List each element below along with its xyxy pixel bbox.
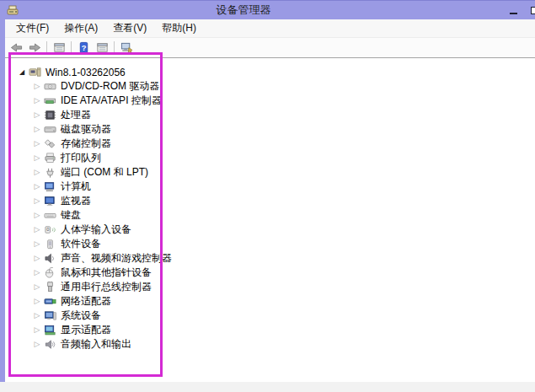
serial-port-icon [44, 166, 57, 179]
menu-item-file[interactable]: 文件(F) [8, 19, 56, 37]
tree-item-label: 磁盘驱动器 [61, 122, 111, 137]
tree-item[interactable]: ▷0人体学输入设备 [5, 223, 535, 237]
tree-item-label: 软件设备 [61, 237, 101, 251]
sound-controller-icon [44, 252, 57, 265]
title-bar[interactable]: 设备管理器 [0, 0, 535, 19]
expand-icon[interactable]: ▷ [32, 122, 42, 137]
collapse-icon[interactable]: ◢ [17, 65, 27, 79]
back-button[interactable] [7, 40, 25, 56]
help-button[interactable]: ? [74, 40, 93, 56]
tree-item-label: 显示适配器 [61, 323, 111, 337]
storage-controller-icon [44, 137, 57, 150]
scan-hardware-button[interactable] [117, 40, 136, 56]
tree-root-item[interactable]: ◢Win8.1-03262056 [5, 65, 535, 79]
tree-item[interactable]: ▷监视器 [5, 194, 535, 208]
network-adapter-icon [44, 295, 57, 308]
window-title: 设备管理器 [0, 3, 487, 18]
software-device-icon [44, 238, 57, 250]
tree-item-label: 监视器 [61, 194, 91, 208]
tree-item[interactable]: ▷IDE ATA/ATAPI 控制器 [5, 94, 535, 108]
expand-icon[interactable]: ▷ [32, 266, 42, 280]
tree-item[interactable]: ▷计算机 [5, 180, 535, 194]
tree-item[interactable]: ▷DVD/CD-ROM 驱动器 [5, 79, 535, 94]
tree-item-label: 人体学输入设备 [61, 223, 131, 237]
tree-item[interactable]: ▷存储控制器 [5, 137, 535, 151]
expand-icon[interactable]: ▷ [32, 323, 42, 337]
audio-io-icon [44, 338, 57, 351]
menu-item-action[interactable]: 操作(A) [56, 19, 105, 37]
tree-item[interactable]: ▷端口 (COM 和 LPT) [5, 165, 535, 180]
maximize-icon [531, 7, 535, 14]
expand-icon[interactable]: ▷ [32, 208, 42, 223]
expand-icon[interactable]: ▷ [32, 309, 42, 323]
tree-item-label: 处理器 [61, 108, 91, 122]
print-queue-icon [44, 152, 57, 164]
menu-item-view[interactable]: 查看(V) [105, 19, 154, 37]
window-controls [502, 1, 535, 20]
tree-item-label: 键盘 [61, 208, 81, 223]
device-manager-window: 设备管理器 文件(F)操作(A)查看(V)帮助(H) ? ◢Win8.1-032… [0, 0, 535, 382]
help-icon: ? [78, 41, 90, 54]
maximize-button[interactable] [524, 1, 535, 20]
tree-item[interactable]: ▷显示适配器 [5, 323, 535, 337]
mouse-icon [44, 266, 57, 279]
menu-bar: 文件(F)操作(A)查看(V)帮助(H) [5, 19, 535, 38]
window-body: 文件(F)操作(A)查看(V)帮助(H) ? ◢Win8.1-03262056▷… [0, 19, 535, 382]
device-tree[interactable]: ◢Win8.1-03262056▷DVD/CD-ROM 驱动器▷IDE ATA/… [5, 58, 535, 352]
expand-icon[interactable]: ▷ [32, 151, 42, 165]
back-arrow-icon [10, 41, 23, 54]
expand-icon[interactable]: ▷ [32, 194, 42, 208]
tree-item[interactable]: ▷软件设备 [5, 237, 535, 251]
forward-arrow-icon [29, 41, 41, 54]
tree-item-label: 系统设备 [61, 309, 101, 323]
window-list-icon [53, 41, 66, 54]
usb-icon [44, 281, 57, 293]
tree-item-label: DVD/CD-ROM 驱动器 [61, 79, 159, 94]
expand-icon[interactable]: ▷ [32, 337, 42, 352]
minimize-button[interactable] [502, 1, 524, 20]
expand-icon[interactable]: ▷ [32, 294, 42, 309]
system-device-icon [44, 309, 57, 322]
tree-item[interactable]: ▷磁盘驱动器 [5, 122, 535, 137]
tree-item[interactable]: ▷通用串行总线控制器 [5, 280, 535, 294]
svg-text:0: 0 [46, 228, 49, 233]
processor-icon [44, 109, 57, 121]
tree-item-label: 声音、视频和游戏控制器 [61, 251, 172, 266]
expand-icon[interactable]: ▷ [32, 223, 42, 237]
disk-drive-icon [44, 123, 57, 136]
expand-icon[interactable]: ▷ [32, 165, 42, 180]
tree-item-label: 通用串行总线控制器 [61, 280, 152, 294]
tree-item[interactable]: ▷处理器 [5, 108, 535, 122]
expand-icon[interactable]: ▷ [32, 79, 42, 94]
toolbar-separator [71, 41, 72, 55]
tree-item[interactable]: ▷音频输入和输出 [5, 337, 535, 352]
monitor-icon [44, 195, 57, 207]
tree-item-label: 计算机 [61, 180, 91, 194]
tree-item[interactable]: ▷系统设备 [5, 309, 535, 323]
tree-item-label: 鼠标和其他指针设备 [61, 266, 152, 280]
expand-icon[interactable]: ▷ [32, 280, 42, 294]
device-list-button[interactable] [93, 40, 111, 56]
console-tree-button[interactable] [50, 40, 68, 56]
forward-button[interactable] [25, 40, 44, 56]
tree-item[interactable]: ▷打印队列 [5, 151, 535, 165]
tree-item[interactable]: ▷声音、视频和游戏控制器 [5, 251, 535, 266]
tree-item-label: 打印队列 [61, 151, 101, 165]
tree-item[interactable]: ▷键盘 [5, 208, 535, 223]
tree-item[interactable]: ▷网络适配器 [5, 294, 535, 309]
tree-item-label: Win8.1-03262056 [45, 67, 126, 78]
hid-icon: 0 [44, 223, 57, 236]
expand-icon[interactable]: ▷ [32, 251, 42, 266]
toolbar: ? [5, 38, 535, 58]
display-adapter-icon [44, 324, 57, 336]
tree-item[interactable]: ▷鼠标和其他指针设备 [5, 266, 535, 280]
expand-icon[interactable]: ▷ [32, 94, 42, 108]
expand-icon[interactable]: ▷ [32, 137, 42, 151]
expand-icon[interactable]: ▷ [32, 108, 42, 122]
dvd-drive-icon [44, 80, 57, 93]
menu-item-help[interactable]: 帮助(H) [154, 19, 204, 37]
svg-text:?: ? [81, 44, 86, 52]
computer-icon [44, 180, 57, 193]
expand-icon[interactable]: ▷ [32, 237, 42, 251]
expand-icon[interactable]: ▷ [32, 180, 42, 194]
